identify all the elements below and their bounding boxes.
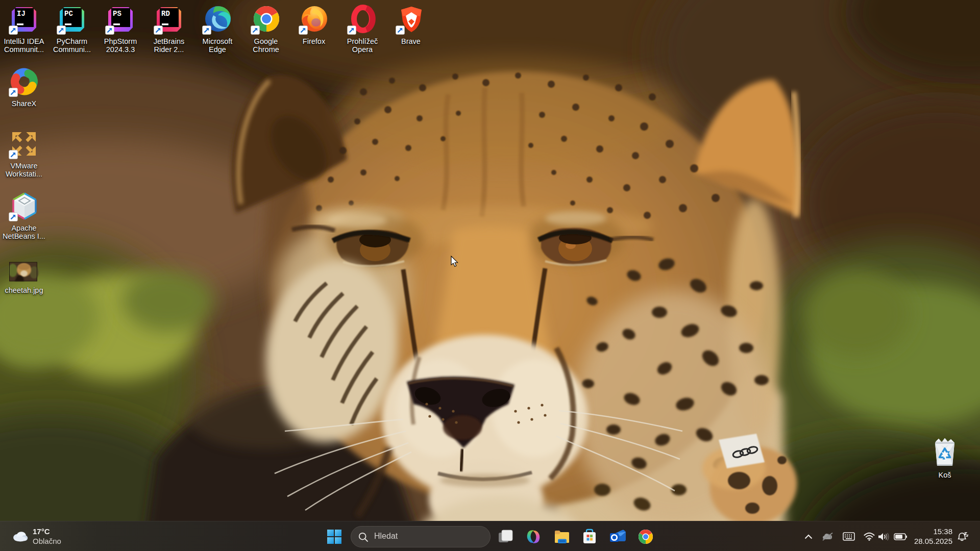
svg-text:PS: PS [113, 10, 121, 18]
svg-text:PC: PC [64, 10, 73, 18]
svg-text:IJ: IJ [17, 10, 26, 18]
svg-text:RD: RD [161, 10, 170, 18]
